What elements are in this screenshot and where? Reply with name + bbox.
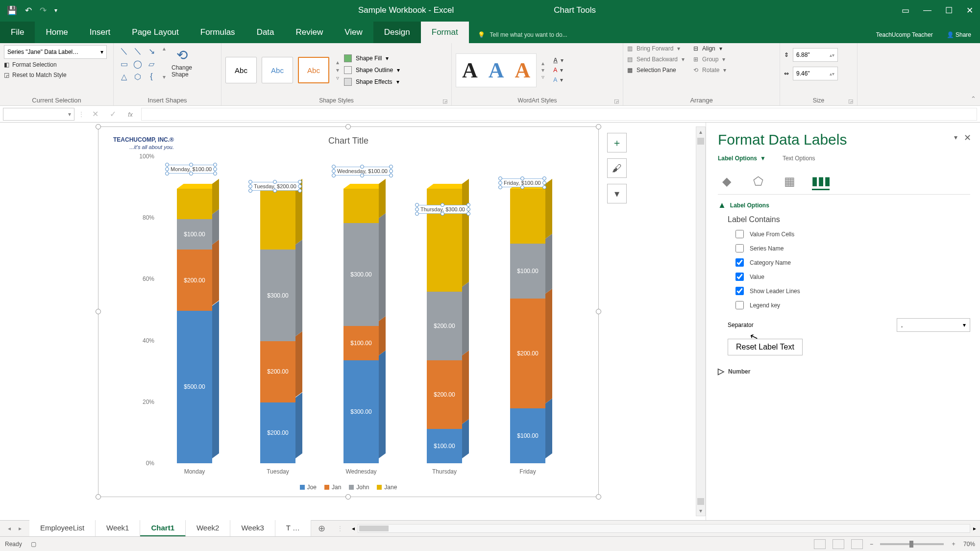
format-selection-button[interactable]: ◧ Format Selection — [4, 60, 107, 69]
sheet-nav-next-icon[interactable]: ▸ — [19, 525, 22, 532]
label-options-tab[interactable]: Label Options ▼ — [718, 155, 766, 162]
bar-segment[interactable]: $200.00 — [427, 292, 462, 360]
data-label-selected[interactable]: Monday, $100.00 — [167, 165, 215, 174]
shape-width-input[interactable]: ⇔9.46"▴▾ — [784, 67, 838, 80]
text-outline-button[interactable]: A▾ — [553, 67, 564, 74]
size-properties-icon[interactable]: ▦ — [781, 173, 798, 190]
chart-element-dropdown[interactable]: Series "Jane" Data Label…▾ — [4, 45, 107, 59]
bar-segment[interactable]: $300.00 — [343, 223, 379, 326]
bar-segment[interactable]: $100.00 — [177, 219, 212, 250]
label-options-icon[interactable]: ▮▮▮ — [812, 173, 830, 190]
legend-item[interactable]: Jan — [324, 484, 341, 491]
selection-pane-button[interactable]: ▦ Selection Pane — [627, 67, 685, 74]
pane-options-icon[interactable]: ▾ — [954, 133, 957, 141]
qat-more-icon[interactable]: ▾ — [54, 7, 57, 14]
bar-segment[interactable]: $300.00 — [260, 250, 295, 341]
rotate-button[interactable]: ⟲ Rotate ▾ — [693, 67, 726, 74]
bar-segment[interactable]: $100.00 — [510, 408, 545, 463]
check-legend-key[interactable]: Legend key — [735, 301, 970, 309]
align-button[interactable]: ⊟ Align ▾ — [693, 45, 726, 52]
chart-title[interactable]: Chart Title — [98, 136, 598, 146]
hscroll-right-icon[interactable]: ▸ — [973, 525, 976, 532]
zoom-slider[interactable] — [880, 543, 944, 545]
bar-segment[interactable] — [427, 189, 462, 292]
bar-column[interactable]: $100.00$200.00$100.00Friday — [510, 189, 557, 463]
zoom-in-icon[interactable]: ＋ — [951, 540, 956, 548]
bar-segment[interactable]: $100.00 — [427, 429, 462, 463]
sheet-tab[interactable]: Chart1 — [140, 520, 186, 537]
label-options-section[interactable]: ▲ Label Options — [718, 200, 970, 210]
bar-segment[interactable]: $200.00 — [260, 402, 295, 463]
view-page-layout-icon[interactable] — [833, 539, 844, 549]
size-launcher-icon[interactable]: ◲ — [848, 98, 853, 104]
pane-close-icon[interactable]: ✕ — [964, 132, 971, 143]
wordart-launcher-icon[interactable]: ◲ — [614, 98, 619, 104]
change-shape-button[interactable]: ⟲ Change Shape — [169, 45, 195, 80]
shapes-gallery[interactable]: ＼＼↘ ▭◯▱ △⬡{ — [118, 45, 158, 82]
chart-legend[interactable]: JoeJanJohnJane — [98, 484, 598, 491]
plot-area[interactable]: 0%20%40%60%80%100% $500.00$200.00$100.00… — [134, 156, 587, 463]
bar-column[interactable]: $100.00$200.00$200.00Thursday — [427, 189, 474, 463]
bar-segment[interactable]: $200.00 — [260, 341, 295, 402]
tab-format[interactable]: Format — [421, 22, 469, 43]
collapse-ribbon-icon[interactable]: ⌃ — [971, 95, 976, 102]
macro-record-icon[interactable]: ▢ — [31, 541, 36, 548]
chart-filter-button[interactable]: ▾ — [607, 184, 627, 203]
sheet-tab[interactable]: Week2 — [186, 520, 230, 537]
wordart-gallery[interactable]: A A A — [456, 53, 537, 87]
maximize-icon[interactable]: ☐ — [945, 5, 953, 16]
worksheet-area[interactable]: TEACHUCOMP, INC.® ...it's all about you.… — [0, 123, 706, 520]
data-label-selected[interactable]: Thursday, $300.00 — [417, 205, 468, 214]
data-label-selected[interactable]: Wednesday, $100.00 — [334, 167, 391, 175]
data-label-selected[interactable]: Tuesday, $200.00 — [250, 182, 300, 191]
tab-home[interactable]: Home — [35, 22, 78, 43]
number-section[interactable]: ▷ Number — [718, 366, 970, 376]
shape-height-input[interactable]: ⇕6.88"▴▾ — [784, 48, 838, 62]
tab-file[interactable]: File — [0, 22, 35, 43]
view-page-break-icon[interactable] — [851, 539, 863, 549]
fx-icon[interactable]: fx — [123, 110, 137, 119]
tell-me-search[interactable]: 💡 Tell me what you want to do... — [478, 31, 567, 43]
close-icon[interactable]: ✕ — [966, 5, 973, 16]
data-label-selected[interactable]: Friday, $100.00 — [500, 178, 544, 187]
separator-dropdown[interactable]: ,▾ — [897, 318, 970, 332]
sheet-nav-prev-icon[interactable]: ◂ — [8, 525, 11, 532]
resize-handle[interactable] — [96, 494, 101, 500]
tab-page-layout[interactable]: Page Layout — [121, 22, 189, 43]
sheet-tab[interactable]: Week3 — [230, 520, 275, 537]
shape-effects-button[interactable]: Shape Effects ▾ — [344, 78, 400, 86]
ribbon-display-icon[interactable]: ▭ — [902, 5, 909, 16]
vertical-scrollbar[interactable]: ▴▾ — [696, 126, 706, 516]
horizontal-scrollbar[interactable] — [358, 524, 970, 533]
minimize-icon[interactable]: — — [923, 5, 931, 15]
resize-handle[interactable] — [596, 494, 601, 500]
shape-style-gallery[interactable]: Abc Abc Abc ▴▾▿ — [225, 57, 339, 83]
bar-segment[interactable]: $200.00 — [427, 360, 462, 429]
resize-handle[interactable] — [345, 124, 351, 129]
bar-segment[interactable]: $500.00 — [177, 311, 212, 463]
undo-icon[interactable]: ↶ — [25, 5, 32, 16]
bring-forward-button[interactable]: ▥ Bring Forward ▾ — [627, 45, 685, 52]
resize-handle[interactable] — [345, 494, 351, 500]
bar-segment[interactable]: $100.00 — [343, 326, 379, 360]
bar-segment[interactable]: $200.00 — [177, 250, 212, 310]
name-box[interactable]: ▾ — [3, 108, 74, 121]
cancel-formula-icon[interactable]: ✕ — [88, 109, 102, 119]
hscroll-left-icon[interactable]: ◂ — [352, 525, 355, 532]
new-sheet-button[interactable]: ⊕ — [311, 523, 332, 534]
legend-item[interactable]: John — [349, 484, 369, 491]
text-options-tab[interactable]: Text Options — [783, 155, 815, 162]
reset-to-match-style-button[interactable]: ◲ Reset to Match Style — [4, 71, 107, 79]
sheet-tab[interactable]: EmployeeList — [29, 520, 96, 537]
group-button[interactable]: ⊞ Group ▾ — [693, 56, 726, 63]
view-normal-icon[interactable] — [814, 539, 826, 549]
reset-label-text-button[interactable]: Reset Label Text — [728, 339, 803, 355]
text-fill-button[interactable]: A▾ — [553, 57, 564, 64]
shape-outline-button[interactable]: Shape Outline ▾ — [344, 66, 400, 74]
shape-styles-launcher-icon[interactable]: ◲ — [442, 98, 447, 104]
check-series-name[interactable]: Series Name — [735, 244, 970, 252]
resize-handle[interactable] — [96, 309, 101, 314]
check-value[interactable]: Value — [735, 273, 970, 281]
legend-item[interactable]: Joe — [300, 484, 317, 491]
formula-input[interactable] — [141, 108, 977, 121]
